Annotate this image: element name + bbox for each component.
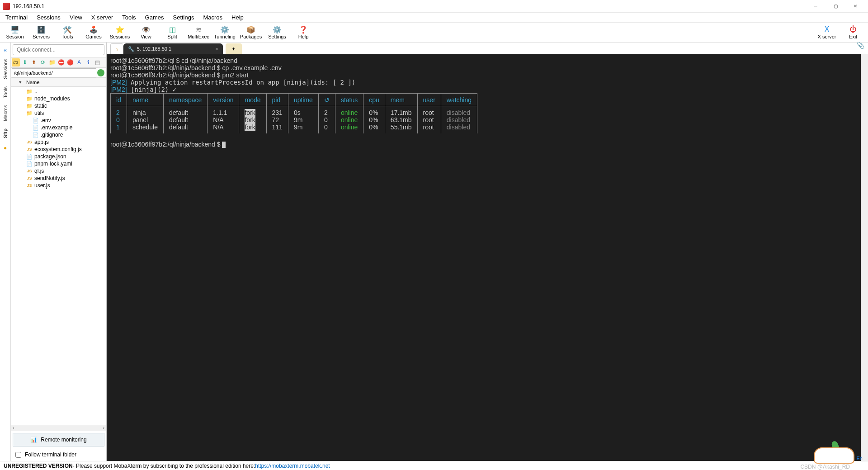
menu-sessions[interactable]: Sessions <box>32 13 65 22</box>
new-folder-icon[interactable]: 📁 <box>48 58 56 66</box>
menu-help[interactable]: Help <box>227 13 248 22</box>
edit-icon[interactable]: A <box>75 58 83 66</box>
js-icon: JS <box>26 183 33 188</box>
download-icon[interactable]: ⬇ <box>21 58 29 66</box>
sftp-path-input[interactable] <box>12 68 96 77</box>
tab-active[interactable]: 🔧 5. 192.168.50.1 × <box>123 43 223 54</box>
view-button[interactable]: 👁️View <box>133 23 159 42</box>
terminal-vscrollbar[interactable] <box>861 54 868 461</box>
tree-item[interactable]: JSapp.js <box>11 138 106 146</box>
up-icon: 📁 <box>26 89 33 94</box>
tree-item[interactable]: 📄.env <box>11 117 106 124</box>
status-link[interactable]: https://mobaxterm.mobatek.net <box>255 463 330 469</box>
quick-connect-input[interactable] <box>13 44 104 55</box>
terminal[interactable]: root@1c5606ff97b2:/ql $ cd /ql/ninja/bac… <box>107 54 861 461</box>
tree-item[interactable]: JSsendNotify.js <box>11 175 106 182</box>
folder-icon: 📁 <box>26 96 33 101</box>
pm2-col-watching: watching <box>441 94 477 106</box>
multiexec-button[interactable]: ≋MultiExec <box>186 23 211 42</box>
settings-button[interactable]: ⚙️Settings <box>264 23 290 42</box>
tree-item[interactable]: 📄pnpm-lock.yaml <box>11 160 106 167</box>
sftp-hscroll[interactable]: ‹› <box>11 425 106 431</box>
sftp-header[interactable]: ▾ Name <box>11 78 106 87</box>
tab-new[interactable]: ✦ <box>226 43 242 54</box>
tree-item[interactable]: 📁static <box>11 102 106 109</box>
minimize-button[interactable]: ─ <box>806 0 826 13</box>
games-button[interactable]: 🕹️Games <box>81 23 106 42</box>
tab-home[interactable]: ⌂ <box>110 43 123 54</box>
tools-button-icon: 🛠️ <box>63 25 71 33</box>
attachment-icon[interactable]: 📎 <box>857 42 864 49</box>
menu-games[interactable]: Games <box>141 13 169 22</box>
menu-macros[interactable]: Macros <box>198 13 227 22</box>
rail-sftp[interactable]: Sftp <box>2 125 9 142</box>
servers-button[interactable]: 🗄️Servers <box>28 23 54 42</box>
sftp-tree[interactable]: 📁..📁node_modules📁static📁utils📄.env📄.env.… <box>11 87 106 425</box>
refresh-icon[interactable]: ⟳ <box>39 58 47 66</box>
multiexec-button-icon: ≋ <box>194 25 203 33</box>
pm2-table: idnamenamespaceversionmodepiduptime↺stat… <box>110 93 477 133</box>
file-icon: 📄 <box>33 118 39 123</box>
settings-icon[interactable]: ▤ <box>93 58 101 66</box>
main: « SessionsToolsMacrosSftp ● 🗂 ⬇ ⬆ ⟳ 📁 ⛔ … <box>0 43 868 461</box>
menu-xserver[interactable]: X server <box>87 13 118 22</box>
follow-terminal-checkbox[interactable] <box>15 452 21 458</box>
tunneling-button[interactable]: ⚙️Tunneling <box>212 23 237 42</box>
tree-item-label: ql.js <box>34 168 44 174</box>
folder-icon: 📁 <box>26 103 33 109</box>
collapse-rail-icon[interactable]: « <box>2 45 9 55</box>
tree-item[interactable]: JSql.js <box>11 167 106 175</box>
menu-terminal[interactable]: Terminal <box>1 13 32 22</box>
exit-button[interactable]: ⏻Exit <box>840 23 866 42</box>
tree-item[interactable]: 📄.gitignore <box>11 131 106 138</box>
pm2-row: 1scheduledefaultN/Afork1119m0online0%55.… <box>111 123 477 133</box>
tree-item-label: package.json <box>34 153 66 160</box>
menu-view[interactable]: View <box>65 13 87 22</box>
rail-sessions[interactable]: Sessions <box>2 55 9 83</box>
tab-close-icon[interactable]: × <box>215 46 218 52</box>
delete-icon[interactable]: ⛔ <box>57 58 65 66</box>
tree-item[interactable]: 📁utils <box>11 109 106 117</box>
tab-active-label: 5. 192.168.50.1 <box>137 46 171 52</box>
menu-tools[interactable]: Tools <box>118 13 140 22</box>
tree-item[interactable]: 📁.. <box>11 88 106 95</box>
sessions-button[interactable]: ⭐Sessions <box>107 23 132 42</box>
pm2-col-↺: ↺ <box>318 94 335 106</box>
packages-button[interactable]: 📦Packages <box>238 23 264 42</box>
side-rail: « SessionsToolsMacrosSftp ● <box>0 43 11 461</box>
menu-settings[interactable]: Settings <box>169 13 199 22</box>
tree-item[interactable]: 📄.env.example <box>11 124 106 131</box>
tree-item[interactable]: 📄package.json <box>11 153 106 160</box>
session-button[interactable]: 🖥️Session <box>2 23 28 42</box>
session-button-label: Session <box>6 34 24 39</box>
pm2-col-pid: pid <box>266 94 288 106</box>
tree-item-label: ecosystem.config.js <box>34 146 82 152</box>
rail-tools[interactable]: Tools <box>2 83 9 102</box>
games-button-icon: 🕹️ <box>90 25 98 33</box>
rail-macros[interactable]: Macros <box>2 101 9 125</box>
sftp-home-icon[interactable]: 🗂 <box>12 58 20 66</box>
tree-item[interactable]: 📁node_modules <box>11 95 106 102</box>
stop-icon[interactable]: 🔴 <box>66 58 74 66</box>
language-indicator[interactable]: En <box>857 456 863 461</box>
tree-item[interactable]: JSuser.js <box>11 182 106 189</box>
tree-item-label: pnpm-lock.yaml <box>34 161 72 167</box>
maximize-button[interactable]: ▢ <box>826 0 845 13</box>
titlebar: 192.168.50.1 ─ ▢ ✕ <box>0 0 868 13</box>
close-button[interactable]: ✕ <box>845 0 865 13</box>
settings-button-icon: ⚙️ <box>273 25 281 33</box>
js-icon: JS <box>26 147 33 152</box>
tools-button[interactable]: 🛠️Tools <box>55 23 80 42</box>
remote-monitoring-button[interactable]: 📊 Remote monitoring <box>13 433 104 446</box>
follow-terminal-label: Follow terminal folder <box>25 451 76 458</box>
properties-icon[interactable]: ℹ <box>84 58 92 66</box>
tree-item[interactable]: JSecosystem.config.js <box>11 146 106 153</box>
pm2-col-mem: mem <box>385 94 417 106</box>
upload-icon[interactable]: ⬆ <box>30 58 38 66</box>
exit-button-label: Exit <box>849 34 857 39</box>
packages-button-label: Packages <box>240 34 262 39</box>
help-button[interactable]: ❓Help <box>291 23 316 42</box>
split-button[interactable]: ◫Split <box>160 23 185 42</box>
plus-icon: ✦ <box>231 46 236 52</box>
xserver-button[interactable]: XX server <box>814 23 840 42</box>
